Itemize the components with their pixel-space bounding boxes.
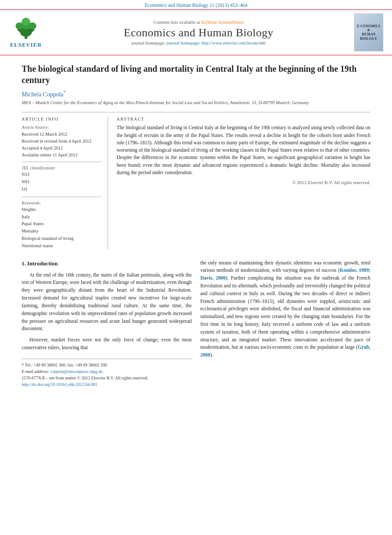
footnote-issn: 1570-677X/$ – see front matter © 2012 El… (22, 375, 192, 381)
elsevier-logo: ELSEVIER (9, 16, 43, 48)
jel-code-i31: I31 (22, 186, 102, 193)
keyword-nutritional-status: Nutritional status (22, 242, 102, 250)
sciverse-line: Contents lists available at SciVerse Sci… (43, 20, 354, 25)
accepted-date: Accepted 4 April 2012 (22, 145, 102, 152)
right-col-abstract: ABSTRACT The biological standard of livi… (117, 117, 370, 249)
homepage-url[interactable]: journal homepage: http://www.elsevier.co… (166, 41, 266, 45)
keyword-mortality: Mortality (22, 228, 102, 235)
available-date: Available online 11 April 2012 (22, 152, 102, 159)
divider2 (22, 197, 102, 197)
footnote-doi-link[interactable]: http://dx.doi.org/10.1016/j.ehb.2012.04.… (22, 382, 97, 387)
journal-title: Economics and Human Biology (43, 26, 354, 39)
journal-cover-image: E·CONOMICS&HUMANBIOLOGY (354, 13, 383, 51)
footnote-email: E-mail address: coppola@mea.mpisoc.mpg.d… (22, 368, 192, 375)
history-label: Article history: (22, 125, 102, 130)
footnote-section: * Tel.: +49 89 38602 360; fax: +49 89 38… (22, 359, 192, 388)
journal-homepage: journal homepage: journal homepage: http… (43, 41, 354, 45)
author-name: Michela Coppola* (22, 90, 370, 98)
keyword-italy: Italy (22, 213, 102, 221)
jel-label: JEL classification: (22, 166, 102, 170)
main-content: The biological standard of living and mo… (0, 55, 392, 401)
sciverse-link[interactable]: SciVerse ScienceDirect (201, 20, 243, 25)
received-date: Received 12 March 2012 (22, 131, 102, 138)
body-right-col: the only means of maintaining their dyna… (201, 259, 371, 388)
keyword-biological-standard: Biological standard of living (22, 235, 102, 242)
section-1-title: 1. Introduction (22, 259, 192, 268)
author-sup: * (64, 90, 66, 95)
revised-date: Received in revised form 4 April 2012 (22, 138, 102, 145)
keyword-heights: Heights (22, 206, 102, 213)
copyright-line: © 2012 Elsevier B.V. All rights reserved… (117, 180, 370, 185)
footnote-doi: http://dx.doi.org/10.1016/j.ehb.2012.04.… (22, 381, 192, 388)
article-title: The biological standard of living and mo… (22, 63, 370, 86)
body-section: 1. Introduction At the end of the 18th c… (22, 259, 370, 388)
elsevier-wordmark: ELSEVIER (10, 41, 42, 48)
abstract-heading: ABSTRACT (117, 117, 370, 121)
intro-para-1: At the end of the 18th century, the stat… (22, 271, 192, 333)
ref-grab[interactable]: Grab, 2000 (201, 344, 371, 357)
article-info-abstract: ARTICLE INFO Article history: Received 1… (22, 112, 370, 249)
abstract-text: The biological standard of living in Cen… (117, 124, 370, 176)
footnote-tel: * Tel.: +49 89 38602 360; fax: +49 89 38… (22, 362, 192, 368)
cover-text: E·CONOMICS&HUMANBIOLOGY (357, 24, 380, 41)
svg-point-7 (22, 18, 30, 25)
divider (22, 162, 102, 162)
ref-komlos[interactable]: Komlos, 1989; Davis, 2000 (201, 268, 371, 280)
footnote-email-link[interactable]: coppola@mea.mpisoc.mpg.de (50, 369, 102, 374)
left-col: ARTICLE INFO Article history: Received 1… (22, 117, 108, 249)
keyword-papal-states: Papal States (22, 220, 102, 228)
intro-para-2: However, market forces were not the only… (22, 336, 192, 352)
jel-code-n33: N33 (22, 171, 102, 178)
journal-header: ELSEVIER Contents lists available at Sci… (0, 10, 392, 55)
article-info-heading: ARTICLE INFO (22, 117, 102, 121)
keywords-label: Keywords: (22, 201, 102, 205)
elsevier-tree-icon (13, 16, 39, 40)
right-para-1: the only means of maintaining their dyna… (201, 259, 371, 360)
author-affiliation: MEA – Munich Center for the Economics of… (22, 100, 370, 106)
journal-header-center: Contents lists available at SciVerse Sci… (43, 20, 354, 45)
journal-reference: Economics and Human Biology 11 (2013) 45… (0, 0, 392, 10)
jel-code-n93: N93 (22, 178, 102, 186)
body-left-col: 1. Introduction At the end of the 18th c… (22, 259, 192, 388)
